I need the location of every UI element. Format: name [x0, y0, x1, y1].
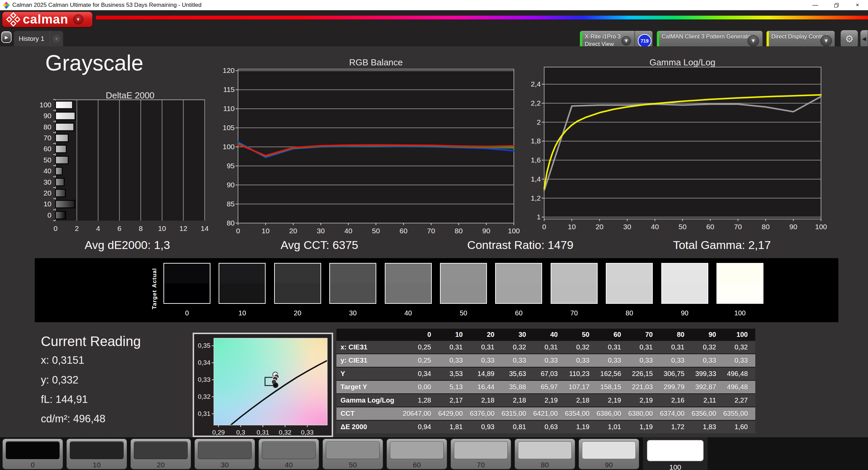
chevron-down-icon[interactable]: ▼ [747, 35, 759, 47]
svg-text:105: 105 [223, 124, 235, 131]
gamma-chart-title: Gamma Log/Log [649, 57, 715, 68]
pattern-button-0[interactable]: 0 [2, 439, 63, 469]
actual-half [275, 264, 320, 283]
plus-icon: + [52, 35, 61, 43]
chevron-down-icon[interactable]: ▼ [621, 36, 631, 46]
pattern-button-50[interactable]: 50 [322, 439, 383, 469]
table-col-header-90: 90 [692, 329, 724, 340]
svg-text:14: 14 [201, 224, 209, 232]
table-cell: 2,19 [597, 394, 629, 407]
table-cell: 2,11 [692, 394, 724, 407]
chevron-down-icon[interactable]: ▼ [820, 35, 832, 47]
actual-half [164, 264, 210, 283]
svg-text:0: 0 [53, 224, 58, 232]
pattern-label: 40 [259, 461, 319, 469]
reading-y: y: 0,332 [41, 374, 78, 386]
table-cell: 0,31 [629, 341, 660, 354]
table-cell: 0,33 [660, 354, 692, 367]
target-half [219, 283, 265, 303]
actual-half [551, 264, 597, 283]
pattern-button-30[interactable]: 30 [194, 439, 255, 469]
table-row-label: CCT [336, 407, 407, 420]
table-cell: 6315,00 [502, 407, 534, 420]
table-cell: 2,18 [565, 394, 597, 407]
reading-cdm2: cd/m²: 496,48 [41, 413, 106, 425]
pattern-label: 70 [451, 461, 511, 469]
tab-history-1[interactable]: History 1 [14, 35, 50, 43]
chevron-down-icon[interactable]: ▼ [73, 14, 83, 25]
table-cell: 1,60 [724, 421, 755, 433]
table-cell: 110,23 [565, 367, 597, 380]
svg-text:90: 90 [44, 112, 51, 120]
total-gamma-value: Total Gamma: 2,17 [673, 238, 771, 252]
table-cell: 5,13 [439, 381, 470, 393]
table-cell: 0,33 [502, 354, 534, 367]
svg-text:85: 85 [227, 200, 235, 208]
pattern-button-100-selected[interactable]: 100 [643, 437, 708, 470]
table-cell: 1,19 [629, 421, 660, 433]
svg-text:60: 60 [706, 223, 714, 231]
svg-text:100: 100 [815, 223, 827, 231]
calman-menu-button[interactable]: calman ▼ [2, 12, 93, 27]
pattern-button-20[interactable]: 20 [130, 439, 191, 469]
table-cell: 6374,00 [660, 407, 692, 420]
svg-text:70: 70 [427, 227, 435, 235]
collapse-panel-button[interactable]: ◀ [860, 30, 868, 48]
table-row-label: Y [336, 367, 407, 380]
pattern-button-40[interactable]: 40 [258, 439, 319, 469]
table-cell: 158,15 [597, 381, 629, 393]
table-cell: 2,18 [470, 394, 502, 407]
table-cell: 0,33 [724, 354, 755, 367]
restore-button[interactable] [826, 0, 847, 10]
gear-icon: ⚙ [845, 33, 853, 45]
svg-text:0: 0 [47, 211, 51, 219]
table-cell: 0,63 [534, 421, 565, 433]
pattern-button-80[interactable]: 80 [515, 439, 575, 469]
settings-button[interactable]: ⚙ [840, 30, 858, 48]
svg-text:115: 115 [223, 85, 235, 93]
table-cell: 6386,00 [597, 407, 629, 420]
pattern-button-10[interactable]: 10 [66, 439, 127, 469]
actual-half [717, 264, 763, 283]
pattern-swatch [390, 441, 444, 459]
svg-text:20: 20 [596, 223, 603, 231]
swatch-level-label: 60 [495, 309, 542, 317]
svg-text:1,4: 1,4 [531, 175, 541, 183]
svg-text:0,31: 0,31 [257, 429, 269, 436]
pattern-button-60[interactable]: 60 [386, 439, 447, 469]
table-cell: 0,00 [407, 381, 439, 393]
table-col-header-0: 0 [407, 329, 439, 340]
svg-text:8: 8 [139, 224, 143, 232]
grayscale-swatch-0 [163, 263, 210, 304]
table-cell: 1,83 [692, 421, 724, 433]
table-cell: 2,18 [502, 394, 534, 407]
close-button[interactable]: × [847, 0, 868, 10]
svg-text:0,32: 0,32 [198, 393, 210, 400]
svg-text:60: 60 [44, 145, 51, 153]
deltae-bar-20 [56, 189, 65, 197]
minimize-button[interactable]: — [805, 0, 826, 10]
pattern-label: 30 [195, 461, 255, 469]
grayscale-swatch-50 [440, 263, 487, 304]
pattern-swatch [518, 441, 572, 459]
table-row-label: y: CIE31 [336, 354, 407, 367]
table-col-header-60: 60 [597, 329, 629, 340]
calman-logo-icon [6, 13, 20, 26]
pattern-button-90[interactable]: 90 [579, 439, 639, 469]
svg-text:60: 60 [399, 227, 407, 235]
pattern-swatch [70, 441, 124, 459]
table-cell: 6354,00 [565, 407, 597, 420]
run-session-button[interactable]: ▶ [1, 31, 12, 43]
svg-text:30: 30 [317, 227, 325, 235]
actual-half [662, 264, 708, 283]
pattern-label: 90 [579, 461, 639, 469]
pattern-bar: 0102030405060708090 100 ▲ ■ ▶ [··] ∞ ↻ «… [0, 437, 868, 470]
svg-text:50: 50 [679, 223, 686, 231]
add-tab-button[interactable]: + [50, 35, 63, 43]
table-cell: 0,32 [692, 341, 724, 354]
swatch-level-label: 100 [716, 309, 763, 317]
table-row-label: Gamma Log/Log [336, 394, 407, 407]
table-cell: 0,33 [565, 354, 597, 367]
pattern-button-70[interactable]: 70 [451, 439, 511, 469]
target-half [164, 283, 210, 303]
